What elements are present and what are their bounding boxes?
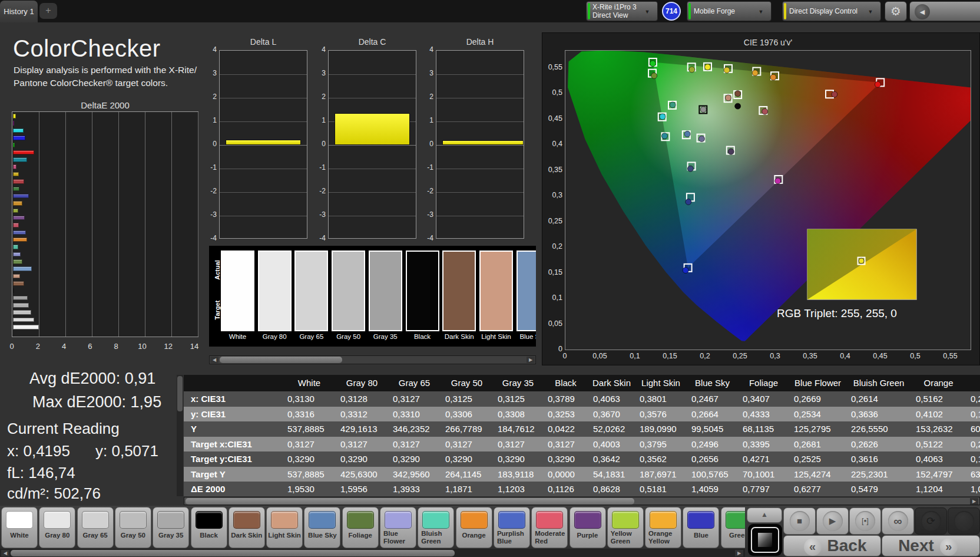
table-cell: 0,3127 [441, 437, 493, 452]
patch-button[interactable]: Moderate Red [531, 507, 568, 548]
patch-button[interactable]: Gray 80 [39, 507, 75, 548]
deltae-x-tick: 6 [88, 342, 92, 351]
scroll-right-icon[interactable]: ▶ [970, 498, 978, 505]
extra-transport-button[interactable] [948, 507, 980, 535]
table-cell: 264,1145 [441, 467, 493, 482]
dl-y-tick: 3 [206, 69, 217, 77]
patch-button[interactable]: Blue Sky [304, 507, 340, 548]
table-cell: 0,3127 [388, 437, 441, 452]
cie-y-tick: 0,55 [542, 63, 562, 71]
tab-history-1[interactable]: History 1 [0, 1, 38, 22]
settings-button[interactable]: ⚙ [885, 1, 907, 21]
infinity-icon: ∞ [888, 511, 908, 531]
patch-button[interactable]: Bluish Green [418, 507, 454, 548]
next-button[interactable]: Next» [882, 535, 980, 556]
single-measure-button[interactable]: [▪] [849, 507, 881, 535]
table-row-label: Target Y [184, 467, 283, 482]
scroll-left-icon[interactable]: ◀ [1, 550, 9, 556]
table-scrollbar-thumb[interactable] [186, 498, 634, 505]
cie-measured-marker [735, 103, 741, 109]
patch-button[interactable]: Black [191, 507, 227, 548]
cie-x-tick: 0,4 [833, 352, 857, 360]
patch-button[interactable]: Orange [456, 507, 492, 548]
table-vertical-scrollbar-thumb[interactable] [177, 376, 183, 411]
table-cell: 0,3316 [283, 407, 336, 422]
patch-color-chip [687, 511, 714, 529]
patch-button[interactable]: Blue Flower [380, 507, 416, 548]
cie-diagram-svg [565, 51, 971, 350]
play-button[interactable]: ▶ [816, 507, 849, 535]
deltae-bar [13, 238, 27, 242]
table-cell: 0,3801 [635, 391, 687, 407]
cie-y-tick: 0,05 [542, 319, 562, 328]
patch-button[interactable]: Gray 65 [77, 507, 114, 548]
table-cell: 0,4333 [738, 407, 789, 422]
strip-swatch [517, 251, 536, 331]
stop-button[interactable]: ■ [783, 507, 816, 535]
patch-button[interactable]: Green [721, 507, 745, 548]
deltae-bar [13, 245, 18, 249]
table-cell: 63,2 [966, 467, 980, 482]
table-header-cell: Dark Skin [588, 375, 635, 391]
strip-swatch [332, 251, 365, 331]
patch-button[interactable]: Orange Yellow [645, 507, 681, 548]
patch-button[interactable]: Purplish Blue [494, 507, 530, 548]
patch-bar-scrollbar[interactable]: ◀ ▶ [0, 549, 745, 557]
back-button[interactable]: «Back [783, 535, 881, 556]
dh-y-tick: -3 [423, 210, 433, 219]
patch-button[interactable]: Dark Skin [229, 507, 265, 548]
table-header-cell: Blue Sky [687, 375, 738, 391]
patch-button[interactable]: Yellow Green [607, 507, 644, 548]
swatch-strip-scrollbar[interactable]: ◀ ▶ [209, 355, 536, 364]
patch-button[interactable]: Blue [683, 507, 719, 548]
scroll-right-icon[interactable]: ▶ [735, 550, 743, 556]
table-scrollbar[interactable]: ▶ [184, 497, 980, 505]
scroll-left-icon[interactable]: ◀ [210, 357, 218, 363]
swatch-strip-scrollbar-thumb[interactable] [220, 357, 342, 363]
cie-measured-marker [660, 114, 666, 120]
dc-y-tick: 0 [315, 140, 326, 148]
dl-y-tick: -3 [206, 210, 217, 219]
dh-gridline [436, 169, 524, 169]
table-cell: 187,6971 [635, 467, 687, 482]
deltae-bar [13, 310, 31, 315]
table-header-cell: Gray 50 [441, 375, 493, 391]
cie-measured-marker [689, 67, 695, 72]
scroll-right-icon[interactable]: ▶ [527, 357, 535, 363]
patch-button[interactable]: Foliage [342, 507, 379, 548]
table-row: Target y:CIE310,32900,32900,32900,32900,… [184, 451, 980, 467]
workflow-dropdown[interactable]: Direct Display Control ▼ [782, 1, 881, 21]
patch-button[interactable]: Gray 50 [115, 507, 151, 548]
target-row-label: Target [214, 288, 221, 332]
table-header-row: WhiteGray 80Gray 65Gray 50Gray 35BlackDa… [184, 375, 980, 391]
collapse-panel-button[interactable]: ◀ [909, 1, 980, 21]
continuous-measure-button[interactable]: ∞ [882, 507, 914, 535]
source-dropdown[interactable]: Mobile Forge ▼ [687, 1, 772, 21]
chevron-down-icon: ▼ [754, 7, 767, 17]
dh-y-tick: -4 [423, 234, 433, 242]
table-cell: 0,3576 [635, 407, 687, 422]
patch-bar-scrollbar-thumb[interactable] [11, 550, 455, 556]
refresh-button[interactable]: ⟳ [915, 507, 947, 535]
dc-gridline [329, 145, 416, 146]
meter-dropdown[interactable]: X-Rite i1Pro 3 Direct View ▼ [586, 1, 658, 21]
table-cell: 0,4271 [738, 451, 789, 467]
deltae-bar [13, 121, 14, 126]
patch-button[interactable]: Light Skin [266, 507, 303, 548]
patch-button[interactable]: Purple [570, 507, 606, 548]
expand-patch-list-button[interactable]: ▲ [747, 507, 782, 523]
patch-button[interactable]: White [1, 507, 38, 548]
patch-color-chip [385, 511, 412, 529]
table-header-cell: Purp [966, 375, 980, 391]
cie-x-tick: 0,25 [729, 352, 752, 360]
patch-button[interactable]: Gray 35 [153, 507, 189, 548]
add-tab-button[interactable]: + [39, 3, 57, 19]
table-cell: 0,4063 [588, 391, 635, 407]
table-cell: 0,2614 [846, 391, 911, 407]
patch-button-label: Gray 35 [153, 532, 188, 539]
table-cell: 0,2626 [846, 437, 911, 452]
page-description-line1: Display analysis is performed with the X… [14, 65, 197, 75]
table-row: Target Y537,8885425,6300342,9560264,1145… [184, 467, 980, 482]
table-vertical-scrollbar[interactable] [177, 375, 183, 496]
pattern-window-button[interactable] [748, 524, 782, 556]
